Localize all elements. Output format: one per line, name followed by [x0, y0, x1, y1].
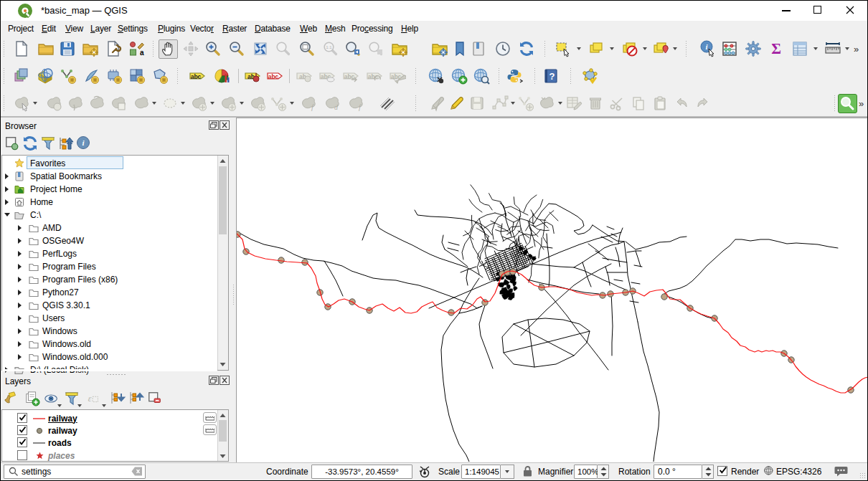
- svg-text:a: a: [140, 49, 144, 57]
- svg-text:?: ?: [549, 71, 555, 82]
- svg-text:abc: abc: [344, 73, 355, 80]
- svg-text:abc: abc: [191, 73, 202, 80]
- svg-text:1:1: 1:1: [326, 45, 332, 49]
- svg-text:abc: abc: [368, 73, 379, 80]
- svg-text:abc: abc: [268, 73, 279, 80]
- svg-text:Σ: Σ: [771, 40, 781, 57]
- svg-text:ε: ε: [88, 394, 92, 404]
